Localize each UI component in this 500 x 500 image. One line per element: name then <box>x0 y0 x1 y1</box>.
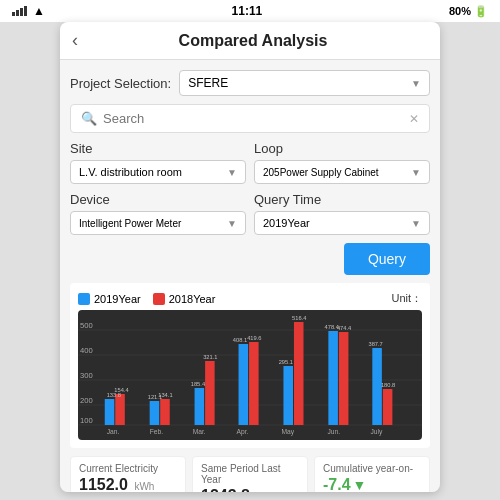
stat-current-number: 1152.0 <box>79 476 128 492</box>
stat-current-value: 1152.0 kWh <box>79 476 177 492</box>
svg-text:295.1: 295.1 <box>279 359 293 365</box>
svg-text:Mar.: Mar. <box>193 428 206 435</box>
project-selection-label: Project Selection: <box>70 76 171 91</box>
svg-text:474.4: 474.4 <box>337 325 352 331</box>
search-bar[interactable]: 🔍 ✕ <box>70 104 430 133</box>
svg-rect-41 <box>383 389 393 425</box>
stat-same-value: 1243.8 kWh <box>201 487 299 492</box>
status-bar: ▲ 11:11 80% 🔋 <box>0 0 500 22</box>
search-input[interactable] <box>103 111 409 126</box>
svg-rect-30 <box>283 366 293 425</box>
legend-2018: 2018Year <box>153 293 216 305</box>
stat-current-electricity: Current Electricity 1152.0 kWh <box>70 456 186 492</box>
battery-indicator: 80% 🔋 <box>449 5 488 18</box>
stats-row: Current Electricity 1152.0 kWh Same Peri… <box>70 456 430 492</box>
svg-rect-10 <box>105 399 115 425</box>
stat-cumulative-number: -7.4 <box>323 476 351 492</box>
svg-text:500: 500 <box>80 321 93 330</box>
project-selection-dropdown[interactable]: SFERE ▼ <box>179 70 430 96</box>
legend-2019: 2019Year <box>78 293 141 305</box>
wifi-icon: ▲ <box>33 4 45 18</box>
svg-rect-25 <box>239 344 249 425</box>
svg-text:408.1: 408.1 <box>233 337 247 343</box>
stat-current-unit: kWh <box>134 481 154 492</box>
loop-group: Loop 205Power Supply Cabinet ▼ <box>254 141 430 184</box>
svg-text:Apr.: Apr. <box>237 428 249 436</box>
legend-label-2018: 2018Year <box>169 293 216 305</box>
query-button[interactable]: Query <box>344 243 430 275</box>
status-time: 11:11 <box>232 4 263 18</box>
svg-text:July: July <box>370 428 382 436</box>
querytime-label: Query Time <box>254 192 422 207</box>
stat-same-label: Same Period Last Year <box>201 463 299 485</box>
device-arrow: ▼ <box>227 218 237 229</box>
svg-text:Feb.: Feb. <box>150 428 163 435</box>
legend-dot-2018 <box>153 293 165 305</box>
svg-rect-26 <box>249 342 259 425</box>
site-label: Site <box>70 141 238 156</box>
svg-text:516.4: 516.4 <box>292 315 307 321</box>
page-title: Compared Analysis <box>78 32 428 50</box>
svg-rect-11 <box>115 394 125 425</box>
legend-dot-2019 <box>78 293 90 305</box>
svg-text:185.4: 185.4 <box>191 381 206 387</box>
svg-text:180.8: 180.8 <box>381 382 395 388</box>
loop-dropdown[interactable]: 205Power Supply Cabinet ▼ <box>254 160 430 184</box>
chart-unit-label: Unit： <box>391 291 422 306</box>
svg-rect-16 <box>160 399 170 425</box>
svg-text:100: 100 <box>80 416 93 425</box>
device-group: Device Intelligent Power Meter ▼ <box>70 192 246 235</box>
svg-rect-21 <box>205 361 215 425</box>
svg-text:300: 300 <box>80 371 93 380</box>
svg-text:400: 400 <box>80 346 93 355</box>
chart-svg: 500 400 300 200 100 133.8 154.4 Jan. 121… <box>78 310 422 440</box>
device-querytime-row: Device Intelligent Power Meter ▼ Query T… <box>70 192 430 235</box>
loop-label: Loop <box>254 141 422 156</box>
stat-same-period: Same Period Last Year 1243.8 kWh <box>192 456 308 492</box>
search-clear-icon[interactable]: ✕ <box>409 112 419 126</box>
device-value: Intelligent Power Meter <box>79 218 181 229</box>
site-dropdown[interactable]: L.V. distribution room ▼ <box>70 160 246 184</box>
svg-text:200: 200 <box>80 396 93 405</box>
main-content: Project Selection: SFERE ▼ 🔍 ✕ Site L.V.… <box>60 60 440 492</box>
querytime-value: 2019Year <box>263 217 310 229</box>
svg-text:134.1: 134.1 <box>158 392 172 398</box>
svg-rect-20 <box>195 388 205 425</box>
project-selection-value: SFERE <box>188 76 228 90</box>
site-arrow: ▼ <box>227 167 237 178</box>
stat-same-number: 1243.8 <box>201 487 250 492</box>
signal-area: ▲ <box>12 4 45 18</box>
stat-cumulative-arrow: ▼ <box>353 477 367 492</box>
svg-rect-35 <box>328 331 338 425</box>
loop-arrow: ▼ <box>411 167 421 178</box>
device-label: Device <box>70 192 238 207</box>
project-selection-row: Project Selection: SFERE ▼ <box>70 70 430 96</box>
stat-cumulative-label: Cumulative year-on- <box>323 463 421 474</box>
querytime-arrow: ▼ <box>411 218 421 229</box>
querytime-dropdown[interactable]: 2019Year ▼ <box>254 211 430 235</box>
top-nav: ‹ Compared Analysis <box>60 22 440 60</box>
device-dropdown[interactable]: Intelligent Power Meter ▼ <box>70 211 246 235</box>
svg-text:154.4: 154.4 <box>114 387 129 393</box>
site-loop-row: Site L.V. distribution room ▼ Loop 205Po… <box>70 141 430 184</box>
svg-text:419.6: 419.6 <box>247 335 261 341</box>
svg-rect-15 <box>150 401 160 425</box>
svg-text:Jan.: Jan. <box>107 428 120 435</box>
svg-text:Jun.: Jun. <box>327 428 340 435</box>
querytime-group: Query Time 2019Year ▼ <box>254 192 430 235</box>
signal-bars <box>12 6 27 16</box>
chart-area: 2019Year 2018Year Unit： 500 <box>70 283 430 448</box>
svg-text:387.7: 387.7 <box>368 341 382 347</box>
loop-value: 205Power Supply Cabinet <box>263 167 379 178</box>
search-icon: 🔍 <box>81 111 97 126</box>
stat-cumulative-change: -7.4 ▼ <box>323 476 421 492</box>
stat-cumulative: Cumulative year-on- -7.4 ▼ <box>314 456 430 492</box>
site-value: L.V. distribution room <box>79 166 182 178</box>
battery-icon: 🔋 <box>474 5 488 18</box>
chart-legend: 2019Year 2018Year Unit： <box>78 291 422 306</box>
legend-label-2019: 2019Year <box>94 293 141 305</box>
svg-rect-36 <box>339 332 349 425</box>
svg-text:321.1: 321.1 <box>203 354 217 360</box>
stat-current-label: Current Electricity <box>79 463 177 474</box>
project-selection-arrow: ▼ <box>411 78 421 89</box>
